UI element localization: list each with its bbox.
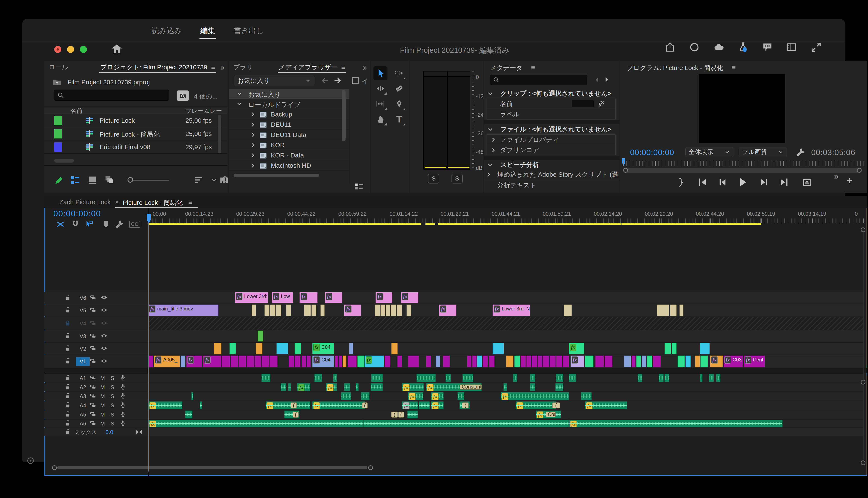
timeline-clip[interactable]: ( <box>291 403 297 409</box>
scrollbar-knob[interactable] <box>368 466 373 470</box>
timeline-clip[interactable] <box>581 392 592 400</box>
media-vertical-scrollbar[interactable] <box>342 90 346 141</box>
eye-icon[interactable] <box>100 332 108 340</box>
target-icon[interactable] <box>90 411 98 418</box>
target-icon[interactable] <box>90 306 98 314</box>
panel-menu-icon[interactable]: ≡ <box>732 64 736 72</box>
mic-icon[interactable] <box>119 384 127 391</box>
timeline-clip[interactable] <box>181 355 185 367</box>
playback-quality-dropdown[interactable]: フル画質 <box>739 147 787 157</box>
more-buttons-chevron[interactable]: » <box>834 172 839 181</box>
timeline-clip[interactable] <box>255 355 261 367</box>
step-forward-icon[interactable] <box>759 177 770 188</box>
timeline-clip[interactable] <box>419 401 430 409</box>
chevron-right-icon[interactable] <box>250 142 257 149</box>
beta-flask-icon[interactable] <box>738 42 749 52</box>
list-view-icon[interactable] <box>354 182 363 190</box>
eye-icon[interactable] <box>100 319 108 328</box>
timeline-clip[interactable]: fx <box>401 292 418 303</box>
timeline-clip[interactable] <box>672 343 677 354</box>
timeline-clip[interactable] <box>311 304 316 316</box>
track-header-A4[interactable]: A4MS <box>44 401 149 410</box>
track-lane-V6[interactable]: fxLower 3rd:fxLowfxfxfxfx <box>149 292 864 304</box>
track-lane-V2[interactable]: fxC04fx <box>149 342 864 355</box>
timeline-clip[interactable] <box>467 355 471 367</box>
timeline-clip[interactable] <box>530 374 535 382</box>
workspace-icon[interactable] <box>787 42 797 52</box>
panel-menu-icon[interactable]: ≡ <box>211 63 215 71</box>
timeline-clip[interactable] <box>506 355 513 367</box>
mute-button[interactable]: M <box>100 393 105 399</box>
timeline-clip[interactable]: fx <box>297 383 310 391</box>
ingest-checkbox[interactable] <box>351 76 360 85</box>
more-panels-chevron[interactable]: » <box>220 63 225 72</box>
timeline-clip[interactable] <box>380 304 385 316</box>
timeline-clip[interactable] <box>426 355 431 367</box>
timeline-clip[interactable] <box>407 410 418 418</box>
timeline-clip[interactable] <box>231 355 238 367</box>
timeline-clip[interactable]: fx <box>149 420 363 427</box>
timeline-clip[interactable] <box>270 304 276 316</box>
timeline-clip[interactable] <box>295 343 301 354</box>
pen-tool[interactable] <box>392 97 406 111</box>
timeline-clip[interactable] <box>391 304 396 316</box>
project-vertical-scrollbar[interactable] <box>218 115 221 153</box>
mute-button[interactable]: M <box>100 420 105 427</box>
scrollbar-knob[interactable] <box>861 380 866 384</box>
timeline-vertical-scrollbar[interactable] <box>863 228 864 465</box>
timeline-clip[interactable] <box>493 343 504 354</box>
timeline-clip[interactable] <box>265 304 270 316</box>
lock-closed-icon[interactable] <box>64 320 72 327</box>
timeline-clip[interactable] <box>716 374 720 382</box>
timeline-clip[interactable] <box>604 355 613 367</box>
timeline-clip[interactable] <box>483 355 488 367</box>
file-properties-row[interactable]: ファイルプロパティ <box>487 135 615 145</box>
play-icon[interactable] <box>737 177 748 188</box>
mic-icon[interactable] <box>119 411 127 418</box>
ripple-edit-tool[interactable] <box>373 81 387 95</box>
tree-item-Macintosh HD[interactable]: Macintosh HD <box>229 160 349 171</box>
timeline-clip[interactable] <box>200 401 202 409</box>
fullscreen-icon[interactable] <box>811 42 821 52</box>
timeline-clip[interactable] <box>252 304 256 316</box>
mute-button[interactable]: M <box>100 375 105 381</box>
lock-open-icon[interactable] <box>64 375 72 382</box>
eye-icon[interactable] <box>100 357 108 366</box>
timeline-clip[interactable] <box>653 355 661 367</box>
scrollbar-knob[interactable] <box>623 168 628 173</box>
timeline-clip[interactable] <box>246 355 255 367</box>
timeline-clip[interactable]: fx <box>402 383 424 391</box>
timeline-clip[interactable] <box>513 374 517 382</box>
lock-open-icon[interactable] <box>64 420 72 427</box>
icon-view-icon[interactable] <box>87 175 98 185</box>
lock-open-icon[interactable] <box>64 358 72 365</box>
timeline-clip[interactable] <box>532 355 537 367</box>
speech-section-header[interactable]: スピーチ分析 <box>487 160 539 169</box>
timeline-clip[interactable] <box>664 343 671 354</box>
timeline-clip[interactable] <box>295 355 301 367</box>
timeline-clip[interactable] <box>269 355 278 367</box>
link-off-icon[interactable] <box>598 100 606 108</box>
timeline-clip[interactable] <box>339 355 342 367</box>
hand-tool[interactable] <box>373 112 387 126</box>
project-item-name[interactable]: Picture Lock - 簡易化 <box>100 130 160 139</box>
eye-icon[interactable] <box>100 344 108 353</box>
timeline-clip[interactable]: fx <box>266 401 310 409</box>
home-icon[interactable] <box>111 43 123 55</box>
timeline-clip[interactable]: fx <box>365 355 384 367</box>
timeline-clip[interactable] <box>555 383 563 391</box>
tree-item-ローカルドライブ[interactable]: ローカルドライブ <box>229 99 349 109</box>
timeline-clip[interactable]: fxLow <box>272 292 293 303</box>
timeline-clip[interactable]: fxmain_title 3.mov <box>148 304 218 316</box>
timeline-clip[interactable]: ( <box>462 403 469 409</box>
tree-item-DEU11[interactable]: DEU11 <box>229 119 349 130</box>
timeline-clip[interactable] <box>348 355 357 367</box>
track-header-V4[interactable]: V4 <box>44 317 149 330</box>
timeline-clip[interactable] <box>238 355 246 367</box>
chevron-right-icon[interactable] <box>250 152 257 159</box>
timeline-clip[interactable] <box>361 392 370 400</box>
solo-button[interactable]: S <box>111 393 114 399</box>
project-search-input[interactable] <box>54 90 169 101</box>
timeline-clip[interactable] <box>408 355 419 367</box>
timeline-clip[interactable]: fxLower 3rd: <box>235 292 268 303</box>
